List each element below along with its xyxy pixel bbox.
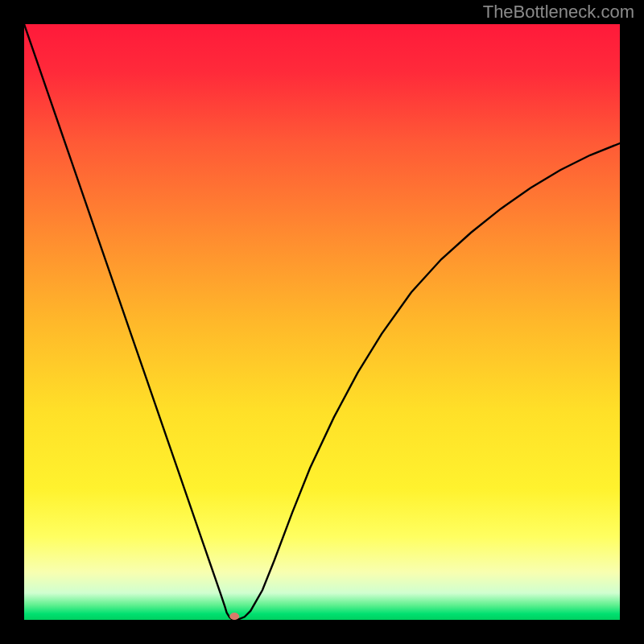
- bottleneck-chart: TheBottleneck.com: [0, 0, 644, 644]
- watermark-text: TheBottleneck.com: [483, 2, 634, 23]
- plot-background: [24, 24, 620, 620]
- optimal-point-marker: [229, 613, 239, 620]
- chart-svg: [0, 0, 644, 644]
